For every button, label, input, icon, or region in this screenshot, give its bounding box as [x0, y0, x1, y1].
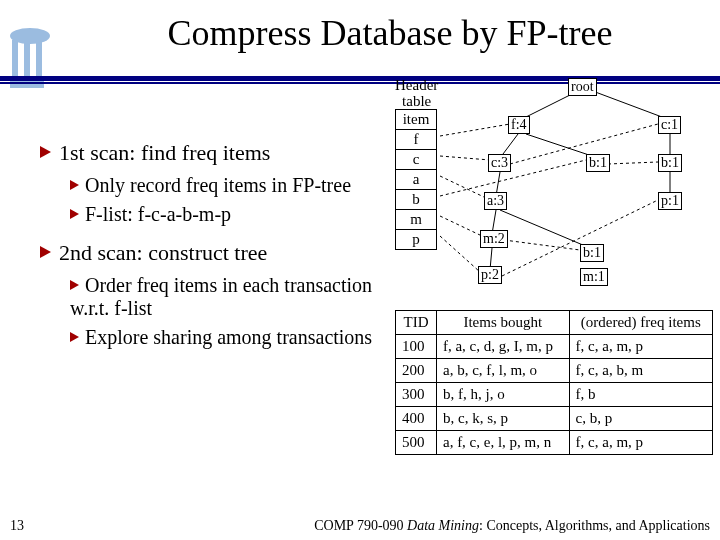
transaction-table: TID Items bought (ordered) freq items 10…	[395, 310, 713, 455]
footer-rest: : Concepts, Algorithms, and Applications	[479, 518, 710, 533]
svg-rect-3	[36, 40, 42, 80]
bullet-icon	[70, 280, 79, 290]
tree-node: c:3	[488, 154, 511, 172]
page-number: 13	[10, 518, 24, 534]
tree-node-root: root	[568, 78, 597, 96]
bullet-2-1: Order freq items in each transaction w.r…	[70, 274, 372, 319]
header-table-title-1: Header	[395, 77, 438, 93]
tree-node: b:1	[580, 244, 604, 262]
header-table-item: p	[395, 229, 437, 250]
svg-line-15	[440, 124, 510, 136]
th-tid: TID	[396, 311, 437, 335]
header-table: Headertable item f c a b m p	[395, 78, 438, 250]
svg-line-23	[440, 236, 480, 272]
bullet-icon	[70, 332, 79, 342]
tree-node: f:4	[508, 116, 530, 134]
svg-line-24	[502, 200, 658, 276]
tree-node: m:2	[480, 230, 508, 248]
svg-line-21	[440, 216, 482, 236]
bullet-2-2: Explore sharing among transactions	[85, 326, 372, 348]
fp-tree: root f:4 c:3 b:1 a:3 m:2 b:1 p:2 m:1 c:1…	[440, 76, 720, 296]
th-items: Items bought	[436, 311, 569, 335]
svg-line-19	[440, 160, 586, 196]
bullet-icon	[40, 146, 51, 158]
bullet-icon	[70, 209, 79, 219]
th-ordered: (ordered) freq items	[569, 311, 712, 335]
tree-edges	[440, 76, 720, 296]
tree-node: p:2	[478, 266, 502, 284]
header-table-item: f	[395, 129, 437, 150]
svg-line-22	[504, 240, 580, 250]
table-row: 300b, f, h, j, of, b	[396, 383, 713, 407]
slide-title: Compress Database by FP-tree	[0, 0, 720, 58]
bullet-2: 2nd scan: construct tree	[59, 240, 267, 265]
table-row: 100f, a, c, d, g, I, m, pf, c, a, m, p	[396, 335, 713, 359]
tree-node: p:1	[658, 192, 682, 210]
tree-node: m:1	[580, 268, 608, 286]
svg-line-16	[440, 156, 490, 160]
header-table-item: m	[395, 209, 437, 230]
bullet-1: 1st scan: find freq items	[59, 140, 270, 165]
header-table-item: b	[395, 189, 437, 210]
bullet-1-1: Only record freq items in FP-tree	[85, 174, 351, 196]
svg-rect-1	[12, 40, 18, 80]
tree-node: b:1	[658, 154, 682, 172]
svg-line-20	[608, 162, 658, 164]
tree-node: b:1	[586, 154, 610, 172]
svg-line-11	[500, 210, 590, 248]
svg-rect-2	[24, 40, 30, 80]
header-table-item: a	[395, 169, 437, 190]
svg-line-17	[510, 124, 658, 164]
footer-em: Data Mining	[407, 518, 479, 533]
header-table-col: item	[395, 109, 437, 130]
bullet-1-2: F-list: f-c-a-b-m-p	[85, 203, 231, 225]
tree-node: c:1	[658, 116, 681, 134]
bullet-icon	[40, 246, 51, 258]
table-row: 400b, c, k, s, pc, b, p	[396, 407, 713, 431]
footer-course: COMP 790-090	[314, 518, 407, 533]
tree-node: a:3	[484, 192, 507, 210]
header-table-item: c	[395, 149, 437, 170]
bullet-icon	[70, 180, 79, 190]
footer: COMP 790-090 Data Mining: Concepts, Algo…	[314, 518, 710, 534]
table-row: 500a, f, c, e, l, p, m, nf, c, a, m, p	[396, 431, 713, 455]
header-table-title-2: table	[402, 93, 431, 109]
table-row: 200a, b, c, f, l, m, of, c, a, b, m	[396, 359, 713, 383]
bullet-list: 1st scan: find freq items Only record fr…	[40, 130, 390, 355]
